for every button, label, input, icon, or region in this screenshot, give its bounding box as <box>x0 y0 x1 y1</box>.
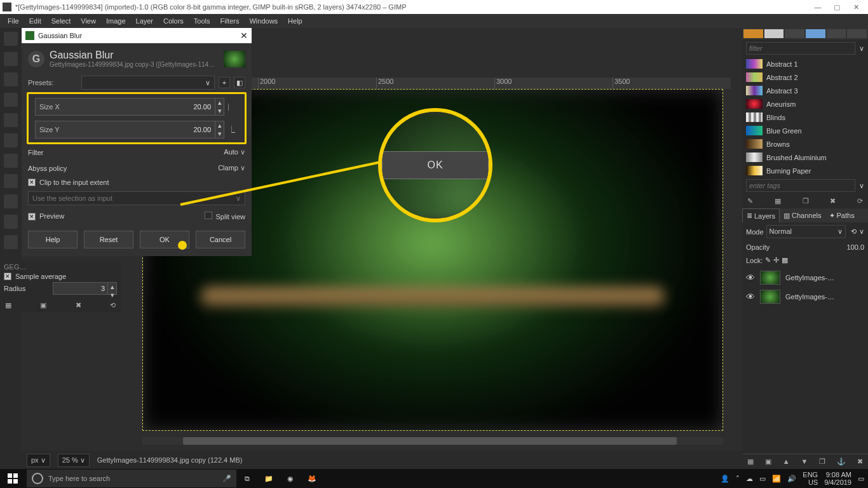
dock-tabs[interactable] <box>742 28 868 39</box>
tab-layers[interactable]: ≣Layers <box>742 208 780 222</box>
tool-text[interactable] <box>4 113 18 127</box>
size-y-spinner[interactable]: ▴▾ <box>215 121 224 139</box>
chevron-down-icon[interactable]: ∨ <box>240 148 245 156</box>
menu-tools[interactable]: Tools <box>189 15 215 27</box>
gradient-list[interactable]: Abstract 1Abstract 2Abstract 3AneurismBl… <box>742 57 868 177</box>
cancel-button[interactable]: Cancel <box>196 231 245 248</box>
chevron-down-icon[interactable]: ∨ <box>859 227 864 236</box>
lower-layer-icon[interactable]: ▼ <box>801 458 808 466</box>
tool-gradient[interactable] <box>4 154 18 168</box>
menu-windows[interactable]: Windows <box>244 15 283 27</box>
menu-select[interactable]: Select <box>46 15 76 27</box>
delete-layer-icon[interactable]: ✖ <box>857 458 863 466</box>
tray-wifi-icon[interactable]: 📶 <box>772 475 781 483</box>
anchor-layer-icon[interactable]: ⚓ <box>837 458 846 466</box>
gradient-item[interactable]: Aneurism <box>742 97 868 111</box>
layer-name[interactable]: GettyImages-… <box>785 293 834 301</box>
tool-crop[interactable] <box>4 72 18 86</box>
gradient-filter-input[interactable] <box>746 42 855 55</box>
reset-button[interactable]: Reset <box>84 231 133 248</box>
tool-clone[interactable] <box>4 235 18 249</box>
explorer-icon[interactable]: 📁 <box>258 469 280 488</box>
menu-image[interactable]: Image <box>101 15 131 27</box>
tray-clock[interactable]: 9:08 AM9/4/2019 <box>824 471 851 486</box>
chevron-down-icon[interactable]: ∨ <box>859 182 864 190</box>
menu-file[interactable]: File <box>3 15 24 27</box>
minimize-button[interactable]: — <box>808 0 827 14</box>
taskbar-search[interactable]: Type here to search 🎤 <box>27 470 236 487</box>
tray-people-icon[interactable]: 👤 <box>721 475 729 483</box>
restore-tool-icon[interactable]: ▣ <box>40 301 46 309</box>
menu-help[interactable]: Help <box>283 15 308 27</box>
radius-spinner[interactable]: ▴▾ <box>108 282 117 295</box>
gradient-item[interactable]: Abstract 2 <box>742 71 868 84</box>
tab-channels[interactable]: ▥Channels <box>780 208 825 222</box>
layer-name[interactable]: GettyImages-… <box>785 274 834 281</box>
task-view-icon[interactable]: ⧉ <box>236 469 258 488</box>
menu-colors[interactable]: Colors <box>158 15 189 27</box>
lock-alpha-icon[interactable]: ▩ <box>782 256 788 264</box>
menu-view[interactable]: View <box>76 15 101 27</box>
reset-tool-icon[interactable]: ⟲ <box>110 301 116 309</box>
preview-checkbox[interactable]: ✕ <box>28 213 36 220</box>
gimp-icon[interactable]: 🦊 <box>301 469 323 488</box>
tray-up-icon[interactable]: ˄ <box>736 475 740 483</box>
gradient-item[interactable]: Abstract 1 <box>742 57 868 71</box>
dialog-titlebar[interactable]: Gaussian Blur ✕ <box>22 28 252 43</box>
size-x-field[interactable] <box>75 103 215 111</box>
dialog-close-button[interactable]: ✕ <box>240 30 248 41</box>
gradient-item[interactable]: Abstract 3 <box>742 84 868 97</box>
size-y-input[interactable]: Size Y <box>35 121 215 139</box>
link-icon[interactable]: ⎿ <box>224 121 238 139</box>
tool-bucket[interactable] <box>4 133 18 147</box>
save-tool-icon[interactable]: ▦ <box>5 301 11 309</box>
tool-select[interactable] <box>4 52 18 66</box>
tool-move[interactable] <box>4 32 18 46</box>
presets-select[interactable]: ∨ <box>81 76 215 90</box>
chevron-down-icon[interactable]: ∨ <box>240 164 245 172</box>
gradient-item[interactable]: Burning Paper <box>742 164 868 177</box>
filter-value[interactable]: Auto <box>224 148 238 156</box>
layer-row[interactable]: 👁 GettyImages-… <box>746 271 864 285</box>
sample-average-checkbox[interactable]: ✕ <box>4 273 11 280</box>
start-button[interactable] <box>0 469 25 488</box>
chrome-icon[interactable]: ◉ <box>280 469 301 488</box>
scrollbar-horizontal[interactable] <box>142 437 723 445</box>
radius-field[interactable] <box>53 282 108 295</box>
tray-onedrive-icon[interactable]: ☁ <box>746 475 753 483</box>
manage-preset-button[interactable]: ◧ <box>234 77 245 88</box>
maximize-button[interactable]: ▢ <box>827 0 846 14</box>
tray-volume-icon[interactable]: 🔊 <box>787 475 796 483</box>
size-x-spinner[interactable]: ▴▾ <box>215 98 224 116</box>
mode-select[interactable]: Normal∨ <box>766 225 846 238</box>
tab-paths[interactable]: ✦Paths <box>825 208 858 222</box>
gradient-item[interactable]: Blinds <box>742 111 868 124</box>
tool-eraser[interactable] <box>4 194 18 208</box>
raise-layer-icon[interactable]: ▲ <box>783 458 790 466</box>
opacity-value[interactable]: 100.0 <box>846 243 864 251</box>
abyss-value[interactable]: Clamp <box>218 164 238 172</box>
tool-smudge[interactable] <box>4 215 18 229</box>
split-checkbox[interactable] <box>205 212 212 219</box>
close-button[interactable]: ✕ <box>846 0 865 14</box>
link-icon[interactable]: ⎸ <box>224 98 238 116</box>
tool-brush[interactable] <box>4 174 18 188</box>
reset-mode-icon[interactable]: ⟲ <box>851 227 857 236</box>
gradient-item[interactable]: Blue Green <box>742 124 868 137</box>
delete-icon[interactable]: ✖ <box>830 197 836 205</box>
menu-filters[interactable]: Filters <box>215 15 245 27</box>
tray-language[interactable]: ENGUS <box>803 471 818 486</box>
size-y-field[interactable] <box>75 126 215 133</box>
gradient-item[interactable]: Brushed Aluminium <box>742 151 868 164</box>
menu-layer[interactable]: Layer <box>131 15 159 27</box>
menu-edit[interactable]: Edit <box>24 15 46 27</box>
refresh-icon[interactable]: ⟳ <box>857 197 863 205</box>
help-button[interactable]: Help <box>28 231 78 248</box>
visibility-icon[interactable]: 👁 <box>746 292 755 302</box>
clip-checkbox[interactable]: ✕ <box>28 179 36 186</box>
layer-row[interactable]: 👁 GettyImages-… <box>746 290 864 304</box>
tool-transform[interactable] <box>4 93 18 107</box>
size-x-input[interactable]: Size X <box>35 98 215 116</box>
new-layer-icon[interactable]: ▦ <box>747 458 754 466</box>
new-icon[interactable]: ▦ <box>775 197 781 205</box>
